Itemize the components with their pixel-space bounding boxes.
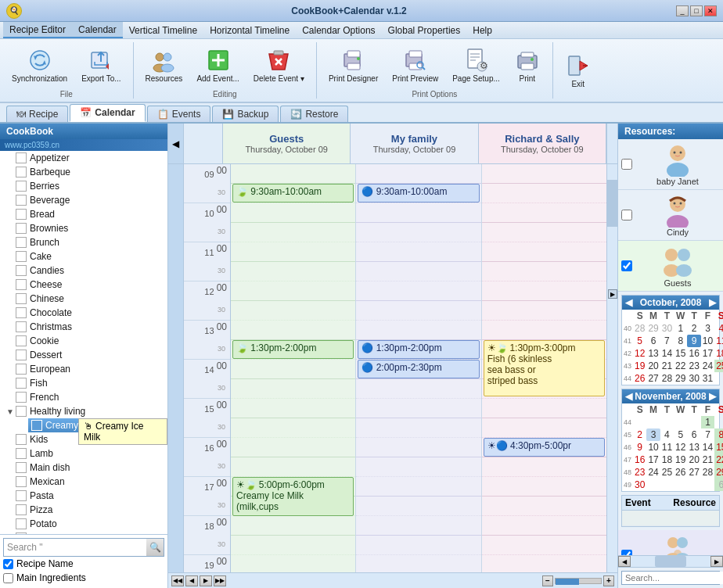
oct-prev-28[interactable]: 28 [633,322,646,335]
sidebar-item-pizza[interactable]: Pizza [0,503,167,517]
oct-18[interactable]: 18 [714,347,723,360]
nov-14[interactable]: 14 [701,441,714,454]
page-setup-button[interactable]: ⚙ Page Setup... [447,44,505,87]
sidebar-item-chinese[interactable]: Chinese [0,292,167,306]
oct-2[interactable]: 2 [687,322,700,335]
nov-8[interactable]: 8 [714,428,723,441]
nov-9[interactable]: 9 [633,441,646,454]
menu-global-properties[interactable]: Global Properties [382,22,467,38]
sidebar-item-beverage[interactable]: Beverage [0,193,167,207]
menu-calendar-options[interactable]: Calendar Options [296,22,381,38]
oct-20[interactable]: 20 [646,360,660,372]
nav-next-button[interactable]: ▶ [200,575,212,586]
print-designer-button[interactable]: Print Designer [323,44,383,87]
mini-cal-nov-prev[interactable]: ◀ [625,391,632,402]
sidebar-item-european[interactable]: European [0,362,167,376]
nov-12[interactable]: 12 [674,441,687,454]
cal-body-scrollbar[interactable] [606,164,617,572]
nov-23[interactable]: 23 [633,466,646,479]
mini-cal-nov-next[interactable]: ▶ [709,391,716,402]
sidebar-item-dessert[interactable]: Dessert [0,348,167,362]
sidebar-item-pasta[interactable]: Pasta [0,489,167,503]
print-preview-button[interactable]: Print Preview [387,44,444,87]
add-event-button[interactable]: Add Event... [191,44,244,87]
oct-16[interactable]: 16 [687,347,700,360]
sidebar-item-potato[interactable]: Potato [0,517,167,531]
cal-myfamily-col[interactable]: 🔵 9:30am-10:00am 🔵 1:30pm-2:00pm 🔵 2:00p… [356,164,481,572]
sidebar-item-appetizer[interactable]: Appetizer [0,151,167,165]
dec-6[interactable]: 6 [714,479,723,491]
sync-button[interactable]: Synchronization [6,44,73,87]
event-family-0930[interactable]: 🔵 9:30am-10:00am [358,184,479,203]
sidebar-item-mexican[interactable]: Mexican [0,475,167,489]
oct-26[interactable]: 26 [633,372,646,385]
tab-backup[interactable]: 💾 Backup [212,106,279,122]
oct-10[interactable]: 10 [701,335,714,347]
event-family-1400[interactable]: 🔵 2:00pm-2:30pm [358,360,479,378]
maximize-button[interactable]: □ [690,5,703,16]
nov-20[interactable]: 20 [687,454,700,466]
sidebar-item-cookie[interactable]: Cookie [0,334,167,348]
mini-cal-oct-prev[interactable]: ◀ [625,297,632,308]
rp-nav-next[interactable]: ▶ [710,556,723,567]
nov-5[interactable]: 5 [674,428,687,441]
oct-next-1[interactable] [714,372,723,385]
cal-scrollbar[interactable] [606,124,617,163]
print-button[interactable]: Print [509,44,546,87]
zoom-minus-button[interactable]: − [542,575,553,586]
nov-28[interactable]: 28 [701,466,714,479]
export-button[interactable]: Export To... [76,44,126,87]
nov-22[interactable]: 22 [714,454,723,466]
nov-13[interactable]: 13 [687,441,700,454]
event-guests-1700[interactable]: ☀🍃 5:00pm-6:00pmCreamy Ice Milk(milk,cup… [232,477,354,516]
search-input[interactable] [4,540,146,554]
oct-5[interactable]: 5 [633,335,646,347]
event-guests-0930[interactable]: 🍃 9:30am-10:00am [232,184,354,203]
oct-4[interactable]: 4 [714,322,723,335]
sidebar-item-bread[interactable]: Bread [0,207,167,221]
nov-26[interactable]: 26 [674,466,687,479]
resource-janet-checkbox[interactable] [621,159,632,170]
menu-help[interactable]: Help [466,22,498,38]
sidebar-item-cheese[interactable]: Cheese [0,278,167,292]
zoom-slider[interactable] [555,578,602,584]
oct-31[interactable]: 31 [701,372,714,385]
cal-guests-col[interactable]: 🍃 9:30am-10:00am 🍃 1:30pm-2:00pm ☀🍃 5:00… [231,164,356,572]
sidebar-item-fish[interactable]: Fish [0,376,167,390]
oct-19[interactable]: 19 [633,360,646,372]
event-richard-1630[interactable]: ☀🔵 4:30pm-5:00pr [484,438,605,457]
nov-19[interactable]: 19 [674,454,687,466]
oct-17[interactable]: 17 [701,347,714,360]
nov-3[interactable]: 3 [646,428,660,441]
resource-guests-checkbox[interactable] [621,260,632,271]
oct-15[interactable]: 15 [674,347,687,360]
cal-richard-col[interactable]: ☀🍃 1:30pm-3:00pmFish (6 skinlesssea bass… [482,164,606,572]
scrollbar-thumb[interactable] [607,180,617,227]
sidebar-item-lamb[interactable]: Lamb [0,446,167,461]
oct-11[interactable]: 11 [714,335,723,347]
rp-search-input[interactable] [622,572,723,584]
menu-calendar[interactable]: Calendar [72,22,123,38]
oct-25[interactable]: 25 [714,360,723,372]
sidebar-item-brownies[interactable]: Brownies [0,221,167,235]
nav-prev-button[interactable]: ◀ [185,575,198,586]
recipe-name-checkbox[interactable] [3,559,13,569]
oct-3[interactable]: 3 [701,322,714,335]
close-button[interactable]: ✕ [704,5,717,16]
oct-24[interactable]: 24 [701,360,714,372]
oct-21[interactable]: 21 [660,360,674,372]
oct-14[interactable]: 14 [660,347,674,360]
nov-1[interactable]: 1 [701,416,714,428]
resources-button[interactable]: Resources [140,44,189,87]
nov-24[interactable]: 24 [646,466,660,479]
nov-18[interactable]: 18 [660,454,674,466]
event-richard-1330[interactable]: ☀🍃 1:30pm-3:00pmFish (6 skinlesssea bass… [484,340,605,396]
delete-event-button[interactable]: Delete Event ▾ [248,44,310,87]
nov-15[interactable]: 15 [714,441,723,454]
oct-prev-30[interactable]: 30 [660,322,674,335]
exit-button[interactable]: Exit [559,49,597,92]
oct-1[interactable]: 1 [674,322,687,335]
resource-myfamily-checkbox[interactable] [621,550,632,555]
rp-scrollbar[interactable] [631,556,710,567]
main-ingredients-checkbox[interactable] [3,573,13,583]
